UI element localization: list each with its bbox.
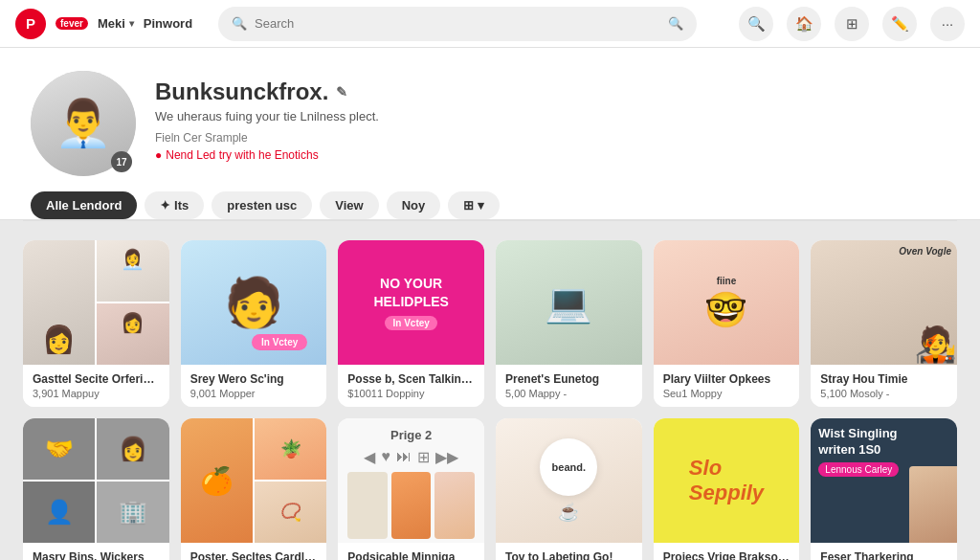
search-icon: 🔍: [232, 16, 247, 31]
profile-section: 👨‍💼 17 Bunksunckfrox. ✎ We uheraus fuing…: [0, 48, 980, 220]
board-title: Srey Wero Sc'ing: [190, 372, 318, 386]
nav-more-button[interactable]: ···: [930, 7, 965, 41]
board-info: Tov to Labeting Go! Sitate Monray: [496, 543, 642, 560]
board-subtitle: Podsicable Minniga: [347, 550, 475, 560]
chevron-down-icon: ▾: [129, 18, 134, 29]
profile-meta: Fieln Cer Srample: [155, 131, 949, 145]
profile-followers: ● Nend Led try with he Enotichs: [155, 148, 949, 162]
board-info: Masry Bins, Wickers Sinne Rommigs Crafty…: [23, 543, 169, 560]
board-thumbnail: Oven Vogle 🧑‍🎤: [811, 240, 957, 365]
board-thumbnail: SloSeppily: [654, 418, 800, 543]
board-count: Seu1 Moppy: [663, 388, 791, 399]
board-title: Tov to Labeting Go!: [505, 550, 633, 560]
board-thumbnail: fiine 🤓: [654, 240, 800, 365]
board-info: Feser Tharkering Sary Mopoge: [811, 543, 957, 560]
board-info: Prenet's Eunetog 5,00 Mappy -: [496, 365, 642, 407]
board-card[interactable]: beand. ☕ Tov to Labeting Go! Sitate Monr…: [496, 418, 642, 560]
board-card[interactable]: 🍊 🪴 📿 Poster, Secltes Cardlege... Sea1 M…: [181, 418, 327, 560]
top-navigation: P fever Meki ▾ Pinword 🔍 🔍 🔍 🏠 ⊞ ✏️ ···: [0, 0, 980, 48]
board-info: Plary Viilter Opkees Seu1 Moppy: [654, 365, 800, 407]
filter-view[interactable]: View: [320, 191, 378, 219]
nav-pinword-link[interactable]: Pinword: [144, 16, 192, 31]
board-info: Poster, Secltes Cardlege... Sea1 Massy -: [181, 543, 327, 560]
profile-info: Bunksunckfrox. ✎ We uheraus fuing your t…: [155, 71, 949, 162]
boards-section: 👩 👩‍💼 👩 Gasttel Secite Orfering... 3,901…: [0, 221, 980, 560]
board-title: Prenet's Eunetog: [505, 372, 633, 386]
board-count: 9,001 Mopper: [190, 388, 318, 399]
board-title: Feser Tharkering: [820, 550, 947, 560]
board-card[interactable]: 👩 👩‍💼 👩 Gasttel Secite Orfering... 3,901…: [23, 240, 169, 407]
board-card[interactable]: Wist Singlingwriten 1S0 Lennous Carley F…: [811, 418, 957, 560]
board-thumbnail: Prige 2 ◀♥⏭⊞▶▶: [338, 418, 484, 543]
pinterest-logo[interactable]: P: [15, 9, 46, 39]
board-card[interactable]: 💻 Prenet's Eunetog 5,00 Mappy -: [496, 240, 642, 407]
board-info: Gasttel Secite Orfering... 3,901 Mappuy: [23, 365, 169, 407]
filter-noy[interactable]: Noy: [387, 191, 441, 219]
board-title: Projecs Vrige Braksom Coid...: [663, 550, 791, 560]
board-card[interactable]: fiine 🤓 Plary Viilter Opkees Seu1 Moppy: [654, 240, 800, 407]
board-thumbnail: 🍊 🪴 📿: [181, 418, 327, 543]
board-count: 5,00 Mappy -: [505, 388, 633, 399]
board-thumbnail: Wist Singlingwriten 1S0 Lennous Carley: [811, 418, 957, 543]
avatar-wrapper: 👨‍💼 17: [31, 71, 136, 176]
board-card[interactable]: Prige 2 ◀♥⏭⊞▶▶ Podsicable Minniga: [338, 418, 484, 560]
board-count: $10011 Doppiny: [347, 388, 475, 399]
board-card[interactable]: SloSeppily Projecs Vrige Braksom Coid...…: [654, 418, 800, 560]
profile-header: 👨‍💼 17 Bunksunckfrox. ✎ We uheraus fuing…: [31, 71, 949, 176]
avatar-count-badge: 17: [111, 151, 132, 172]
board-info: Podsicable Minniga: [338, 543, 484, 560]
nav-search-button[interactable]: 🔍: [739, 7, 773, 41]
board-card[interactable]: 🧑 In Vctey Srey Wero Sc'ing 9,001 Mopper: [181, 240, 327, 407]
board-title: Stray Hou Timie: [820, 372, 947, 386]
board-title: Masry Bins, Wickers: [33, 550, 160, 560]
nav-username: Meki: [98, 16, 125, 31]
board-thumbnail: 🧑 In Vctey: [181, 240, 327, 365]
nav-right-actions: 🔍 🏠 ⊞ ✏️ ···: [739, 7, 965, 41]
board-thumbnail: 👩 👩‍💼 👩: [23, 240, 169, 365]
board-thumbnail: 💻: [496, 240, 642, 365]
board-thumbnail: 🤝 👩 👤 🏢: [23, 418, 169, 543]
board-title: Posse b, Scen Talking...: [347, 372, 475, 386]
board-thumbnail: NO YOURHELIDPLES In Vctey: [338, 240, 484, 365]
board-info: Projecs Vrige Braksom Coid... 3 Maypay: [654, 543, 800, 560]
board-thumbnail: beand. ☕: [496, 418, 642, 543]
nav-home-button[interactable]: 🏠: [787, 7, 821, 41]
filter-all[interactable]: Alle Lendord: [31, 191, 137, 219]
search-bar[interactable]: 🔍 🔍: [218, 7, 697, 41]
nav-badge: fever: [56, 17, 88, 30]
page-board-title: Prige 2: [390, 428, 432, 442]
profile-name: Bunksunckfrox. ✎: [155, 78, 949, 105]
nav-user-menu[interactable]: Meki ▾: [98, 16, 134, 31]
nav-grid-button[interactable]: ⊞: [835, 7, 869, 41]
profile-filter-bar: Alle Lendord ✦ Its presten usc View Noy …: [31, 191, 949, 219]
search-submit-icon[interactable]: 🔍: [668, 16, 683, 31]
nav-edit-button[interactable]: ✏️: [882, 7, 917, 41]
board-count: 5,100 Mosoly -: [820, 388, 947, 399]
boards-grid: 👩 👩‍💼 👩 Gasttel Secite Orfering... 3,901…: [23, 240, 957, 560]
board-title: Plary Viilter Opkees: [663, 372, 791, 386]
board-info: Posse b, Scen Talking... $10011 Doppiny: [338, 365, 484, 407]
board-card[interactable]: Oven Vogle 🧑‍🎤 Stray Hou Timie 5,100 Mos…: [811, 240, 957, 407]
board-info: Stray Hou Timie 5,100 Mosoly -: [811, 365, 957, 407]
board-card[interactable]: NO YOURHELIDPLES In Vctey Posse b, Scen …: [338, 240, 484, 407]
board-count: 3,901 Mappuy: [33, 388, 160, 399]
board-title: Gasttel Secite Orfering...: [33, 372, 160, 386]
page-controls: ◀♥⏭⊞▶▶: [364, 448, 458, 466]
filter-its[interactable]: ✦ Its: [145, 191, 204, 219]
filter-grid-toggle[interactable]: ⊞ ▾: [448, 191, 500, 219]
edit-profile-icon[interactable]: ✎: [336, 84, 347, 100]
filter-presten[interactable]: presten usc: [212, 191, 312, 219]
board-title: Poster, Secltes Cardlege...: [190, 550, 318, 560]
board-info: Srey Wero Sc'ing 9,001 Mopper: [181, 365, 327, 407]
profile-bio: We uheraus fuing your tie Lnilness plect…: [155, 109, 949, 123]
search-input[interactable]: [255, 16, 660, 31]
board-card[interactable]: 🤝 👩 👤 🏢 Masry Bins, Wickers Sinne Rommig…: [23, 418, 169, 560]
